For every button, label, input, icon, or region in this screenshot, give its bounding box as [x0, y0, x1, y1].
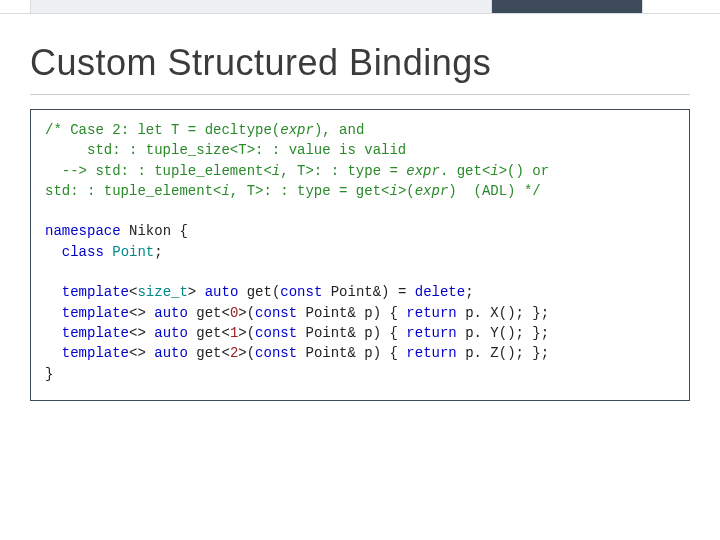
code-line: template<> auto get<2>(const Point& p) {…	[45, 345, 549, 361]
code-line: template<size_t> auto get(const Point&) …	[45, 284, 474, 300]
stripe	[31, 0, 492, 14]
slide: Custom Structured Bindings /* Case 2: le…	[0, 0, 720, 540]
stripe	[643, 0, 720, 14]
comment-line: --> std: : tuple_element<i, T>: : type =…	[45, 163, 549, 179]
code-line: class Point;	[45, 244, 163, 260]
decorative-stripes	[0, 0, 720, 14]
page-title: Custom Structured Bindings	[0, 14, 720, 94]
code-line: namespace Nikon {	[45, 223, 188, 239]
code-line: template<> auto get<1>(const Point& p) {…	[45, 325, 549, 341]
stripe	[492, 0, 643, 14]
code-line: }	[45, 366, 53, 382]
stripe	[0, 0, 31, 14]
divider	[30, 94, 690, 95]
comment-line: std: : tuple_element<i, T>: : type = get…	[45, 183, 541, 199]
code-line: template<> auto get<0>(const Point& p) {…	[45, 305, 549, 321]
code-block: /* Case 2: let T = decltype(expr), and s…	[30, 109, 690, 401]
comment-line: std: : tuple_size<T>: : value is valid	[45, 142, 406, 158]
comment-line: /* Case 2: let T = decltype(expr), and	[45, 122, 364, 138]
